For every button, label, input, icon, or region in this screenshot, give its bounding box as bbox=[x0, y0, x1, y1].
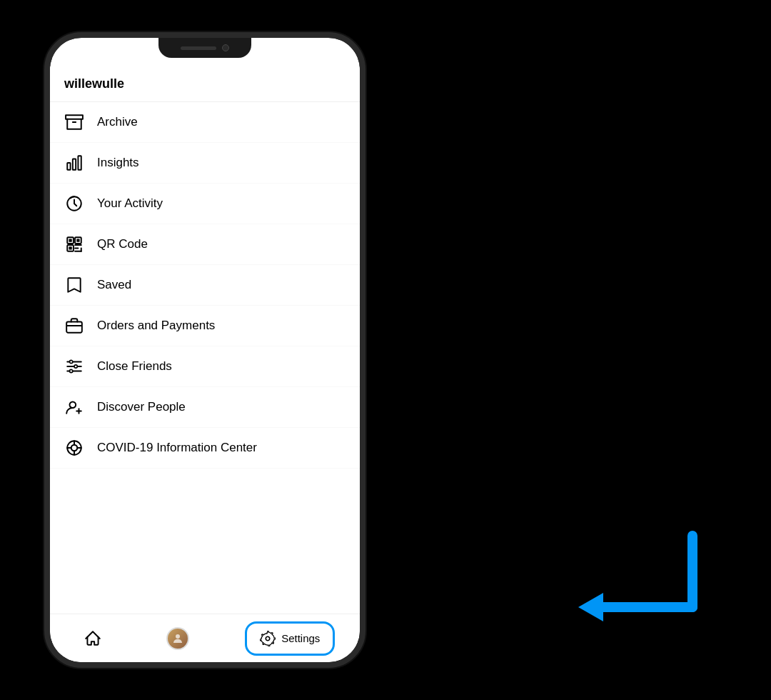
menu-item-covid[interactable]: COVID-19 Information Center bbox=[50, 428, 360, 469]
svg-rect-8 bbox=[67, 163, 70, 170]
svg-rect-16 bbox=[76, 239, 79, 241]
your-activity-label: Your Activity bbox=[97, 196, 163, 211]
menu-item-close-friends[interactable]: Close Friends bbox=[50, 346, 360, 387]
menu-item-qr-code[interactable]: QR Code bbox=[50, 224, 360, 265]
menu-item-insights[interactable]: Insights bbox=[50, 143, 360, 184]
svg-point-39 bbox=[176, 634, 180, 639]
camera bbox=[222, 44, 229, 51]
archive-label: Archive bbox=[97, 115, 138, 129]
bottom-nav: Settings bbox=[50, 614, 360, 662]
menu-item-your-activity[interactable]: Your Activity bbox=[50, 184, 360, 224]
close-friends-label: Close Friends bbox=[97, 359, 172, 374]
settings-label: Settings bbox=[281, 632, 320, 644]
saved-label: Saved bbox=[97, 278, 131, 292]
dropdown-username: willewulle bbox=[50, 66, 360, 102]
svg-point-29 bbox=[70, 369, 73, 372]
arrow-annotation bbox=[571, 529, 728, 643]
nav-avatar-button[interactable] bbox=[160, 621, 196, 656]
phone-screen: rd 0 bbox=[50, 38, 360, 662]
settings-button[interactable]: Settings bbox=[245, 621, 335, 656]
svg-rect-9 bbox=[73, 159, 76, 170]
activity-icon bbox=[64, 194, 84, 214]
phone-shell: rd 0 bbox=[44, 32, 366, 668]
speaker bbox=[181, 46, 216, 50]
notch bbox=[158, 38, 251, 58]
svg-marker-41 bbox=[578, 593, 603, 621]
svg-point-40 bbox=[266, 636, 270, 641]
menu-item-saved[interactable]: Saved bbox=[50, 265, 360, 306]
covid-label: COVID-19 Information Center bbox=[97, 441, 257, 455]
svg-rect-22 bbox=[66, 322, 82, 333]
dropdown-menu: willewulle Archive bbox=[50, 66, 360, 614]
svg-point-30 bbox=[70, 401, 76, 408]
menu-item-archive[interactable]: Archive bbox=[50, 102, 360, 143]
qr-code-label: QR Code bbox=[97, 237, 148, 251]
orders-label: Orders and Payments bbox=[97, 319, 215, 333]
orders-icon bbox=[64, 316, 84, 336]
menu-item-discover-people[interactable]: Discover People bbox=[50, 387, 360, 428]
svg-point-28 bbox=[74, 365, 77, 368]
nav-home-button[interactable] bbox=[75, 621, 111, 656]
saved-icon bbox=[64, 275, 84, 295]
covid-icon bbox=[64, 438, 84, 458]
svg-rect-10 bbox=[78, 156, 81, 170]
svg-point-34 bbox=[71, 445, 78, 451]
discover-people-label: Discover People bbox=[97, 400, 186, 414]
qr-icon bbox=[64, 234, 84, 254]
insights-label: Insights bbox=[97, 156, 139, 170]
menu-item-orders[interactable]: Orders and Payments bbox=[50, 306, 360, 346]
close-friends-icon bbox=[64, 356, 84, 376]
discover-icon bbox=[64, 397, 84, 417]
svg-point-27 bbox=[70, 360, 73, 363]
svg-rect-17 bbox=[69, 246, 71, 249]
archive-icon bbox=[64, 112, 84, 132]
insights-icon bbox=[64, 153, 84, 173]
svg-rect-15 bbox=[69, 239, 71, 241]
